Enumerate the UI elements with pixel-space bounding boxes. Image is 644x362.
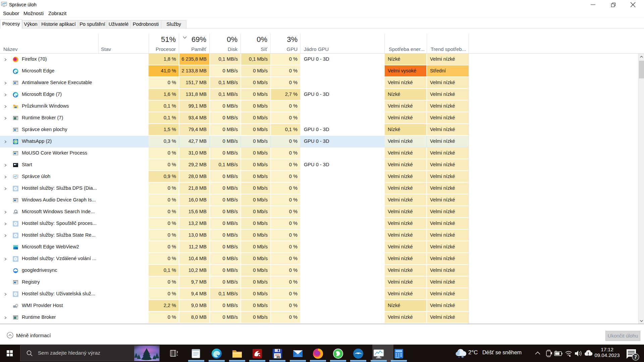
svg-text:64: 64 (277, 356, 279, 358)
svg-text:7: 7 (634, 354, 637, 360)
